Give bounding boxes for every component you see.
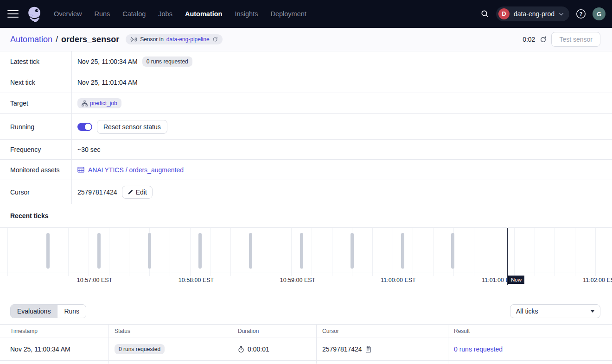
detail-label: Frequency xyxy=(0,140,72,159)
tick-bar[interactable] xyxy=(351,233,354,269)
detail-label: Next tick xyxy=(0,72,72,93)
nav-item-insights[interactable]: Insights xyxy=(235,10,258,18)
tick-bar[interactable] xyxy=(249,233,252,269)
frequency-value: ~30 sec xyxy=(77,146,100,153)
tick-status-badge: 0 runs requested xyxy=(115,344,165,354)
tick-bar[interactable] xyxy=(401,233,404,269)
column-header-duration: Duration xyxy=(232,325,316,338)
help-icon[interactable]: ? xyxy=(575,8,586,19)
chart-gridline xyxy=(89,228,89,276)
code-location-link[interactable]: data-eng-pipeline xyxy=(166,36,210,43)
nav-item-overview[interactable]: Overview xyxy=(54,10,82,18)
chart-axis-label: 11:00:00 EST xyxy=(381,277,416,283)
hamburger-menu-icon[interactable] xyxy=(7,10,19,18)
search-icon[interactable] xyxy=(480,9,490,19)
copy-cursor-icon[interactable] xyxy=(365,346,371,353)
column-header-status: Status xyxy=(108,325,232,338)
breadcrumb: Automation / orders_sensor xyxy=(10,35,119,44)
reload-location-icon[interactable] xyxy=(212,37,218,42)
tick-cursor: 25797817424 xyxy=(322,345,362,353)
detail-row-next-tick: Next tick Nov 25, 11:01:04 AM xyxy=(0,72,612,93)
chart-gridline xyxy=(312,228,312,276)
evaluations-runs-tabs: Evaluations Runs xyxy=(10,304,86,318)
tab-evaluations[interactable]: Evaluations xyxy=(11,305,57,318)
chart-gridline xyxy=(372,228,373,276)
running-toggle[interactable] xyxy=(77,123,92,131)
tick-timestamp: Nov 25, 11:00:34 AM xyxy=(0,338,108,360)
evaluations-table: Timestamp Status Duration Cursor Result … xyxy=(0,324,612,364)
detail-row-frequency: Frequency ~30 sec xyxy=(0,140,612,160)
next-tick-timestamp: Nov 25, 11:01:04 AM xyxy=(77,79,138,86)
target-job-pill[interactable]: predict_job xyxy=(77,98,121,108)
tick-filter-value: All ticks xyxy=(516,308,538,315)
detail-row-monitored-assets: Monitored assets ANALYTICS / orders_augm… xyxy=(0,160,612,180)
tick-bar[interactable] xyxy=(451,233,454,269)
monitored-asset-link[interactable]: ANALYTICS / orders_augmented xyxy=(77,166,184,174)
chart-axis-label: 11:02:00 EST xyxy=(583,277,612,283)
detail-row-running: Running Reset sensor status xyxy=(0,114,612,140)
chart-gridline xyxy=(291,228,292,276)
table-header-row: Timestamp Status Duration Cursor Result xyxy=(0,325,612,338)
asset-key[interactable]: ANALYTICS / orders_augmented xyxy=(88,166,184,174)
chart-axis-label: 10:59:00 EST xyxy=(280,277,315,283)
refresh-icon[interactable] xyxy=(540,36,547,43)
tick-result-link[interactable]: 0 runs requested xyxy=(454,345,503,353)
tick-bar[interactable] xyxy=(46,233,50,269)
tick-bar[interactable] xyxy=(300,233,303,269)
tick-bar[interactable] xyxy=(198,233,202,269)
top-navigation-bar: OverviewRunsCatalogJobsAutomationInsight… xyxy=(0,0,612,28)
detail-label: Cursor xyxy=(0,180,72,204)
tick-bar[interactable] xyxy=(148,233,151,269)
recent-ticks-heading: Recent ticks xyxy=(0,204,612,228)
nav-item-deployment[interactable]: Deployment xyxy=(270,10,306,18)
sensor-details: Latest tick Nov 25, 11:00:34 AM 0 runs r… xyxy=(0,51,612,204)
test-sensor-button[interactable]: Test sensor xyxy=(551,32,600,47)
tab-runs[interactable]: Runs xyxy=(57,305,86,318)
column-header-cursor: Cursor xyxy=(316,325,448,338)
chart-gridline xyxy=(68,228,69,276)
top-nav: OverviewRunsCatalogJobsAutomationInsight… xyxy=(54,10,306,18)
chart-gridline xyxy=(595,228,596,276)
sensor-badge-prefix: Sensor in xyxy=(140,36,164,43)
reset-sensor-status-button[interactable]: Reset sensor status xyxy=(97,120,167,134)
workspace-switcher[interactable]: D data-eng-prod xyxy=(496,6,569,21)
chart-gridline xyxy=(474,228,474,276)
chart-axis-line xyxy=(0,272,612,272)
asset-table-icon xyxy=(77,166,84,173)
detail-row-cursor: Cursor 25797817424 Edit xyxy=(0,180,612,204)
chart-gridline xyxy=(393,228,393,276)
refresh-countdown: 0:02 xyxy=(523,36,535,43)
cursor-value: 25797817424 xyxy=(77,188,117,196)
header-actions: 0:02 Test sensor xyxy=(523,32,600,47)
breadcrumb-automation-link[interactable]: Automation xyxy=(10,35,52,44)
nav-item-jobs[interactable]: Jobs xyxy=(158,10,172,18)
svg-text:?: ? xyxy=(579,11,582,17)
chart-axis-label: 10:57:00 EST xyxy=(77,277,112,283)
chart-gridline xyxy=(129,228,129,276)
dagster-logo-icon[interactable] xyxy=(26,5,43,23)
nav-item-catalog[interactable]: Catalog xyxy=(122,10,146,18)
tick-bar[interactable] xyxy=(97,233,101,269)
chart-gridline xyxy=(271,228,271,276)
nav-item-runs[interactable]: Runs xyxy=(94,10,110,18)
tick-filter-dropdown[interactable]: All ticks xyxy=(510,304,600,318)
sensor-location-badge: Sensor in data-eng-pipeline xyxy=(126,34,222,44)
nav-item-automation[interactable]: Automation xyxy=(185,10,223,18)
column-header-result: Result xyxy=(448,325,612,338)
chart-gridline xyxy=(535,228,535,276)
edit-button-label: Edit xyxy=(136,188,147,196)
stopwatch-icon xyxy=(238,346,244,353)
page-title: orders_sensor xyxy=(61,35,119,44)
chart-gridline xyxy=(514,228,515,276)
chart-gridline xyxy=(170,228,170,276)
now-marker-line xyxy=(507,228,508,285)
edit-cursor-button[interactable]: Edit xyxy=(122,186,153,199)
chart-gridline xyxy=(494,228,494,276)
chart-gridline xyxy=(230,228,231,276)
workspace-name: data-eng-prod xyxy=(514,10,555,18)
detail-row-latest-tick: Latest tick Nov 25, 11:00:34 AM 0 runs r… xyxy=(0,51,612,72)
evaluations-toolbar: Evaluations Runs All ticks xyxy=(0,298,612,324)
user-avatar[interactable]: G xyxy=(593,7,606,20)
target-job-link[interactable]: predict_job xyxy=(90,100,117,107)
caret-down-icon xyxy=(591,310,594,313)
